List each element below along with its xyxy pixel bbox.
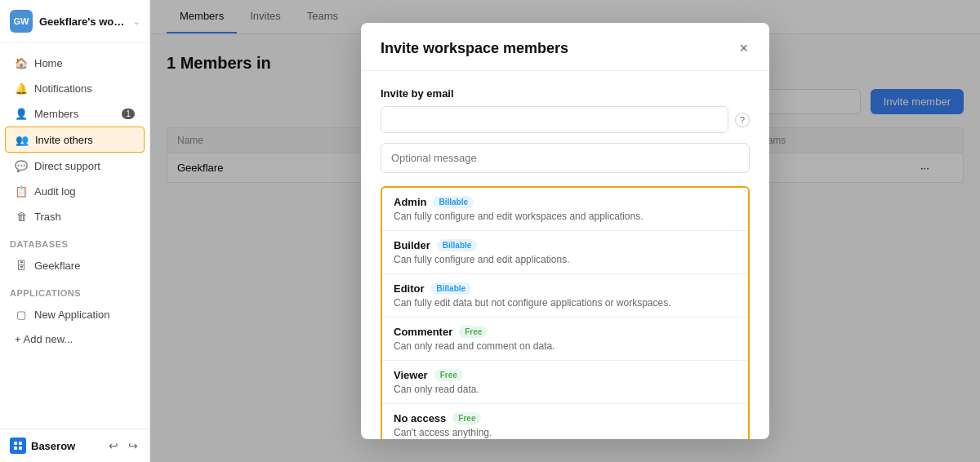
modal-body: Invite by email ? Admin Billable Can ful…: [361, 71, 769, 438]
email-input[interactable]: [381, 106, 728, 133]
role-desc: Can't access anything.: [394, 427, 737, 438]
sidebar-item-trash[interactable]: 🗑 Trash: [5, 204, 145, 229]
applications-section-label: Applications: [0, 278, 149, 301]
sidebar-item-label: Home: [34, 57, 135, 69]
svg-rect-3: [19, 446, 22, 450]
sidebar-item-audit-log[interactable]: 📋 Audit log: [5, 179, 145, 203]
direct-support-icon: 💬: [15, 159, 28, 172]
modal-close-button[interactable]: ×: [737, 39, 750, 57]
sidebar-item-new-application[interactable]: ▢ New Application: [5, 302, 145, 327]
geekflare-db-icon: 🗄: [15, 259, 28, 272]
sidebar-item-notifications[interactable]: 🔔 Notifications: [5, 76, 145, 100]
role-badge: Free: [434, 369, 463, 381]
sidebar-item-home[interactable]: 🏠 Home: [5, 51, 145, 75]
role-badge: Billable: [431, 282, 472, 295]
workspace-icon: GW: [10, 10, 33, 33]
sidebar-item-label: New Application: [34, 309, 135, 321]
optional-message-input[interactable]: [381, 143, 750, 173]
members-icon: 👤: [15, 107, 28, 120]
undo-button[interactable]: ↩: [107, 438, 120, 454]
role-item-builder[interactable]: Builder Billable Can fully configure and…: [382, 230, 748, 273]
workspace-header[interactable]: GW Geekflare's workspace ⌄: [0, 0, 149, 43]
help-icon[interactable]: ?: [735, 113, 750, 127]
sidebar-nav: 🏠 Home 🔔 Notifications 👤 Members 1 👥 Inv…: [0, 43, 149, 429]
role-item-viewer[interactable]: Viewer Free Can only read data.: [382, 360, 748, 403]
email-label: Invite by email: [381, 87, 750, 100]
workspace-name: Geekflare's workspace: [39, 16, 127, 28]
sidebar-item-label: Trash: [34, 211, 135, 223]
trash-icon: 🗑: [15, 210, 28, 223]
sidebar-item-label: Audit log: [34, 185, 135, 198]
role-desc: Can only read data.: [394, 384, 737, 395]
role-dropdown: Admin Billable Can fully configure and e…: [381, 186, 750, 438]
sidebar-item-label: Invite others: [35, 134, 134, 146]
invite-others-icon: 👥: [16, 133, 29, 146]
role-name: Commenter: [394, 326, 452, 338]
svg-rect-0: [14, 442, 17, 445]
email-row: ?: [381, 106, 750, 133]
role-name: Builder: [394, 239, 430, 251]
databases-section-label: Databases: [0, 229, 149, 252]
audit-log-icon: 📋: [15, 184, 28, 198]
new-application-icon: ▢: [15, 308, 28, 321]
invite-modal: Invite workspace members × Invite by ema…: [361, 23, 769, 438]
add-new-button[interactable]: + Add new...: [5, 327, 145, 351]
role-desc: Can fully configure and edit application…: [394, 254, 737, 265]
role-desc: Can fully configure and edit workspaces …: [394, 211, 737, 222]
baserow-logo: Baserow: [10, 438, 75, 454]
sidebar-item-invite-others[interactable]: 👥 Invite others: [5, 127, 145, 153]
modal-header: Invite workspace members ×: [361, 23, 769, 71]
role-item-commenter[interactable]: Commenter Free Can only read and comment…: [382, 317, 748, 360]
sidebar-item-geekflare-db[interactable]: 🗄 Geekflare: [5, 253, 145, 278]
redo-button[interactable]: ↪: [127, 438, 140, 454]
role-name: Admin: [394, 196, 426, 208]
role-item-editor[interactable]: Editor Billable Can fully edit data but …: [382, 273, 748, 317]
main-content: MembersInvitesTeams 1 Members in Invite …: [150, 0, 980, 462]
modal-overlay[interactable]: Invite workspace members × Invite by ema…: [150, 0, 980, 462]
baserow-icon: [10, 438, 26, 454]
sidebar: GW Geekflare's workspace ⌄ 🏠 Home 🔔 Noti…: [0, 0, 150, 462]
role-item-no-access[interactable]: No access Free Can't access anything.: [382, 403, 748, 438]
role-badge: Free: [459, 326, 488, 338]
role-name: Editor: [394, 282, 425, 295]
role-badge: Billable: [433, 196, 474, 208]
role-name: Viewer: [394, 369, 428, 381]
role-desc: Can fully edit data but not configure ap…: [394, 297, 737, 309]
sidebar-item-label: Geekflare: [34, 260, 135, 272]
sidebar-badge: 1: [122, 109, 135, 119]
sidebar-item-direct-support[interactable]: 💬 Direct support: [5, 153, 145, 178]
chevron-down-icon: ⌄: [133, 17, 140, 26]
home-icon: 🏠: [15, 56, 28, 69]
sidebar-item-label: Notifications: [34, 82, 135, 95]
role-badge: Free: [452, 412, 481, 424]
modal-title: Invite workspace members: [381, 40, 568, 57]
svg-rect-1: [19, 442, 22, 445]
sidebar-item-label: Members: [34, 108, 115, 120]
footer-actions: ↩ ↪: [107, 438, 140, 454]
sidebar-item-label: Direct support: [34, 160, 135, 172]
baserow-name: Baserow: [31, 440, 75, 452]
role-desc: Can only read and comment on data.: [394, 340, 737, 352]
sidebar-footer: Baserow ↩ ↪: [0, 429, 149, 462]
svg-rect-2: [14, 446, 17, 450]
sidebar-item-members[interactable]: 👤 Members 1: [5, 101, 145, 126]
notifications-icon: 🔔: [15, 82, 28, 95]
role-item-admin[interactable]: Admin Billable Can fully configure and e…: [382, 188, 748, 230]
role-badge: Billable: [437, 239, 478, 251]
role-name: No access: [394, 412, 446, 424]
